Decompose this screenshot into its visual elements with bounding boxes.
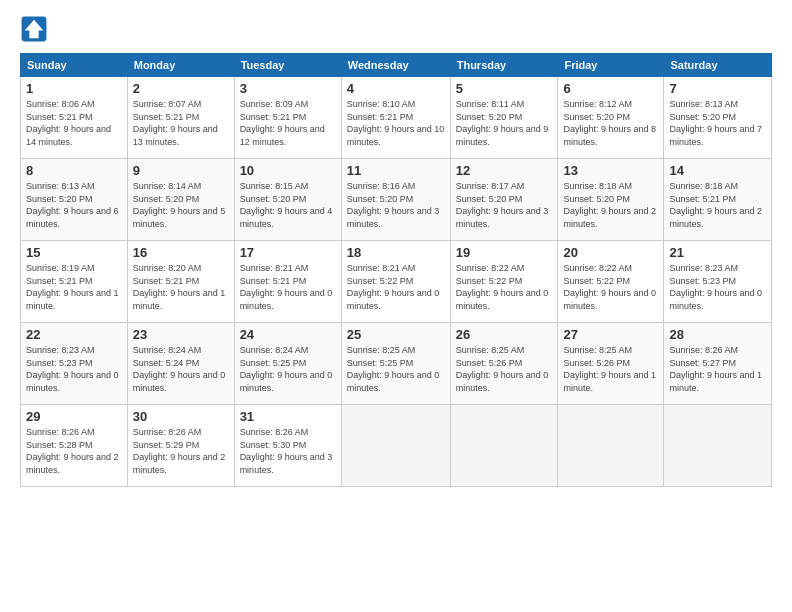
calendar-cell: 27 Sunrise: 8:25 AMSunset: 5:26 PMDaylig… — [558, 323, 664, 405]
day-info: Sunrise: 8:25 AMSunset: 5:25 PMDaylight:… — [347, 344, 445, 394]
calendar-cell: 19 Sunrise: 8:22 AMSunset: 5:22 PMDaylig… — [450, 241, 558, 323]
day-number: 29 — [26, 409, 122, 424]
day-number: 19 — [456, 245, 553, 260]
logo — [20, 15, 52, 43]
calendar-cell: 11 Sunrise: 8:16 AMSunset: 5:20 PMDaylig… — [341, 159, 450, 241]
calendar-cell: 5 Sunrise: 8:11 AMSunset: 5:20 PMDayligh… — [450, 77, 558, 159]
logo-icon — [20, 15, 48, 43]
day-info: Sunrise: 8:18 AMSunset: 5:20 PMDaylight:… — [563, 180, 658, 230]
weekday-header-tuesday: Tuesday — [234, 54, 341, 77]
day-number: 21 — [669, 245, 766, 260]
day-number: 16 — [133, 245, 229, 260]
day-info: Sunrise: 8:13 AMSunset: 5:20 PMDaylight:… — [26, 180, 122, 230]
calendar-cell: 4 Sunrise: 8:10 AMSunset: 5:21 PMDayligh… — [341, 77, 450, 159]
calendar-cell: 23 Sunrise: 8:24 AMSunset: 5:24 PMDaylig… — [127, 323, 234, 405]
day-number: 1 — [26, 81, 122, 96]
day-info: Sunrise: 8:13 AMSunset: 5:20 PMDaylight:… — [669, 98, 766, 148]
day-info: Sunrise: 8:16 AMSunset: 5:20 PMDaylight:… — [347, 180, 445, 230]
day-number: 6 — [563, 81, 658, 96]
weekday-header-thursday: Thursday — [450, 54, 558, 77]
calendar-cell: 3 Sunrise: 8:09 AMSunset: 5:21 PMDayligh… — [234, 77, 341, 159]
day-info: Sunrise: 8:25 AMSunset: 5:26 PMDaylight:… — [456, 344, 553, 394]
day-info: Sunrise: 8:11 AMSunset: 5:20 PMDaylight:… — [456, 98, 553, 148]
day-number: 20 — [563, 245, 658, 260]
day-number: 7 — [669, 81, 766, 96]
day-info: Sunrise: 8:26 AMSunset: 5:30 PMDaylight:… — [240, 426, 336, 476]
day-number: 13 — [563, 163, 658, 178]
calendar-cell: 13 Sunrise: 8:18 AMSunset: 5:20 PMDaylig… — [558, 159, 664, 241]
day-info: Sunrise: 8:25 AMSunset: 5:26 PMDaylight:… — [563, 344, 658, 394]
day-info: Sunrise: 8:23 AMSunset: 5:23 PMDaylight:… — [26, 344, 122, 394]
calendar-page: SundayMondayTuesdayWednesdayThursdayFrid… — [0, 0, 792, 612]
day-info: Sunrise: 8:10 AMSunset: 5:21 PMDaylight:… — [347, 98, 445, 148]
calendar-cell: 26 Sunrise: 8:25 AMSunset: 5:26 PMDaylig… — [450, 323, 558, 405]
calendar-table: SundayMondayTuesdayWednesdayThursdayFrid… — [20, 53, 772, 487]
day-info: Sunrise: 8:18 AMSunset: 5:21 PMDaylight:… — [669, 180, 766, 230]
day-number: 2 — [133, 81, 229, 96]
weekday-header-wednesday: Wednesday — [341, 54, 450, 77]
day-info: Sunrise: 8:06 AMSunset: 5:21 PMDaylight:… — [26, 98, 122, 148]
calendar-cell: 20 Sunrise: 8:22 AMSunset: 5:22 PMDaylig… — [558, 241, 664, 323]
calendar-cell: 29 Sunrise: 8:26 AMSunset: 5:28 PMDaylig… — [21, 405, 128, 487]
day-number: 8 — [26, 163, 122, 178]
day-number: 26 — [456, 327, 553, 342]
calendar-cell: 31 Sunrise: 8:26 AMSunset: 5:30 PMDaylig… — [234, 405, 341, 487]
calendar-cell: 15 Sunrise: 8:19 AMSunset: 5:21 PMDaylig… — [21, 241, 128, 323]
day-info: Sunrise: 8:22 AMSunset: 5:22 PMDaylight:… — [563, 262, 658, 312]
calendar-cell: 21 Sunrise: 8:23 AMSunset: 5:23 PMDaylig… — [664, 241, 772, 323]
day-number: 5 — [456, 81, 553, 96]
day-info: Sunrise: 8:26 AMSunset: 5:29 PMDaylight:… — [133, 426, 229, 476]
day-info: Sunrise: 8:23 AMSunset: 5:23 PMDaylight:… — [669, 262, 766, 312]
day-number: 30 — [133, 409, 229, 424]
calendar-cell: 7 Sunrise: 8:13 AMSunset: 5:20 PMDayligh… — [664, 77, 772, 159]
weekday-header-sunday: Sunday — [21, 54, 128, 77]
day-number: 4 — [347, 81, 445, 96]
day-number: 11 — [347, 163, 445, 178]
day-info: Sunrise: 8:09 AMSunset: 5:21 PMDaylight:… — [240, 98, 336, 148]
day-info: Sunrise: 8:19 AMSunset: 5:21 PMDaylight:… — [26, 262, 122, 312]
day-number: 27 — [563, 327, 658, 342]
day-info: Sunrise: 8:15 AMSunset: 5:20 PMDaylight:… — [240, 180, 336, 230]
calendar-cell — [664, 405, 772, 487]
calendar-cell: 8 Sunrise: 8:13 AMSunset: 5:20 PMDayligh… — [21, 159, 128, 241]
calendar-cell: 17 Sunrise: 8:21 AMSunset: 5:21 PMDaylig… — [234, 241, 341, 323]
day-info: Sunrise: 8:07 AMSunset: 5:21 PMDaylight:… — [133, 98, 229, 148]
calendar-cell: 22 Sunrise: 8:23 AMSunset: 5:23 PMDaylig… — [21, 323, 128, 405]
weekday-header-monday: Monday — [127, 54, 234, 77]
weekday-header-saturday: Saturday — [664, 54, 772, 77]
header — [20, 15, 772, 43]
calendar-cell: 12 Sunrise: 8:17 AMSunset: 5:20 PMDaylig… — [450, 159, 558, 241]
day-info: Sunrise: 8:17 AMSunset: 5:20 PMDaylight:… — [456, 180, 553, 230]
calendar-cell: 1 Sunrise: 8:06 AMSunset: 5:21 PMDayligh… — [21, 77, 128, 159]
calendar-cell: 6 Sunrise: 8:12 AMSunset: 5:20 PMDayligh… — [558, 77, 664, 159]
day-number: 14 — [669, 163, 766, 178]
calendar-cell: 16 Sunrise: 8:20 AMSunset: 5:21 PMDaylig… — [127, 241, 234, 323]
day-number: 12 — [456, 163, 553, 178]
day-number: 3 — [240, 81, 336, 96]
day-info: Sunrise: 8:26 AMSunset: 5:27 PMDaylight:… — [669, 344, 766, 394]
calendar-cell: 2 Sunrise: 8:07 AMSunset: 5:21 PMDayligh… — [127, 77, 234, 159]
day-info: Sunrise: 8:21 AMSunset: 5:21 PMDaylight:… — [240, 262, 336, 312]
day-number: 17 — [240, 245, 336, 260]
calendar-cell — [341, 405, 450, 487]
day-number: 31 — [240, 409, 336, 424]
day-info: Sunrise: 8:12 AMSunset: 5:20 PMDaylight:… — [563, 98, 658, 148]
day-info: Sunrise: 8:21 AMSunset: 5:22 PMDaylight:… — [347, 262, 445, 312]
day-number: 24 — [240, 327, 336, 342]
calendar-cell: 9 Sunrise: 8:14 AMSunset: 5:20 PMDayligh… — [127, 159, 234, 241]
calendar-cell — [558, 405, 664, 487]
calendar-cell: 30 Sunrise: 8:26 AMSunset: 5:29 PMDaylig… — [127, 405, 234, 487]
day-info: Sunrise: 8:22 AMSunset: 5:22 PMDaylight:… — [456, 262, 553, 312]
day-info: Sunrise: 8:24 AMSunset: 5:25 PMDaylight:… — [240, 344, 336, 394]
day-info: Sunrise: 8:14 AMSunset: 5:20 PMDaylight:… — [133, 180, 229, 230]
calendar-cell: 25 Sunrise: 8:25 AMSunset: 5:25 PMDaylig… — [341, 323, 450, 405]
day-info: Sunrise: 8:26 AMSunset: 5:28 PMDaylight:… — [26, 426, 122, 476]
calendar-cell: 24 Sunrise: 8:24 AMSunset: 5:25 PMDaylig… — [234, 323, 341, 405]
day-number: 23 — [133, 327, 229, 342]
day-number: 22 — [26, 327, 122, 342]
calendar-cell — [450, 405, 558, 487]
calendar-cell: 14 Sunrise: 8:18 AMSunset: 5:21 PMDaylig… — [664, 159, 772, 241]
day-info: Sunrise: 8:24 AMSunset: 5:24 PMDaylight:… — [133, 344, 229, 394]
day-number: 28 — [669, 327, 766, 342]
day-number: 9 — [133, 163, 229, 178]
